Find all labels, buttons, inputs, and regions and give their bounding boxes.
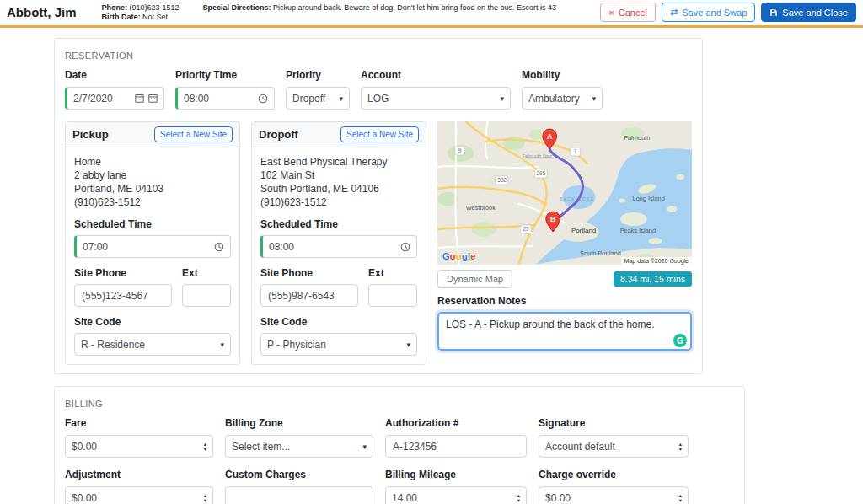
- dropoff-select-new-site-button[interactable]: Select a New Site: [340, 126, 419, 142]
- map-label-falmouth: Falmouth: [624, 134, 650, 142]
- authorization-field: Authorization #: [385, 417, 527, 458]
- phone-value: (910)623-1512: [130, 3, 180, 12]
- pickup-scheduled-time-input[interactable]: 07:00: [74, 235, 231, 258]
- dropoff-site-code-select[interactable]: P - Physician ▾: [260, 333, 417, 356]
- save-and-close-button[interactable]: Save and Close: [761, 3, 856, 22]
- pickup-card-header: Pickup Select a New Site: [66, 122, 239, 147]
- site-cards-row: Pickup Select a New Site Home 2 abby lan…: [65, 121, 692, 365]
- calendar-icon[interactable]: [135, 94, 144, 103]
- chevron-down-icon: ▾: [406, 340, 410, 349]
- stepper-arrows-icon[interactable]: ▴▾: [204, 493, 206, 502]
- dropoff-site-phone-input[interactable]: [260, 284, 358, 307]
- clock-icon[interactable]: [258, 94, 268, 104]
- reservation-section-title: RESERVATION: [65, 51, 692, 61]
- billing-grid: Fare $0.00 ▴▾ Billing Zone Select item..…: [65, 417, 734, 504]
- reservation-panel: RESERVATION Date 2/7/2020 Priority Time …: [54, 38, 703, 374]
- cancel-button[interactable]: × Cancel: [600, 3, 656, 22]
- pickup-address: Home 2 abby lane Portland, ME 04103 (910…: [74, 155, 231, 209]
- svg-text:B: B: [550, 215, 556, 223]
- priority-time-input[interactable]: 08:00: [175, 87, 275, 110]
- reservation-fields-row: Date 2/7/2020 Priority Time 08:00 Pri: [65, 69, 692, 110]
- priority-time-label: Priority Time: [175, 69, 275, 81]
- pickup-site-phone-input[interactable]: [74, 284, 172, 307]
- signature-field: Signature Account default ▴▾: [539, 417, 689, 458]
- pickup-site-code-select[interactable]: R - Residence ▾: [74, 333, 231, 356]
- dropoff-card: Dropoff Select a New Site East Bend Phys…: [251, 121, 426, 365]
- billing-section-title: BILLING: [65, 399, 734, 409]
- patient-name: Abbott, Jim: [7, 0, 77, 19]
- calendar-picker-icon[interactable]: [148, 94, 158, 103]
- special-directions-text: Pickup around back. Beware of dog. Don't…: [273, 3, 556, 12]
- route-distance-badge: 8.34 mi, 15 mins: [614, 271, 692, 287]
- birth-date-label: Birth Date:: [102, 13, 141, 21]
- stepper-arrows-icon[interactable]: ▴▾: [679, 493, 682, 502]
- dropoff-ext-label: Ext: [368, 267, 417, 279]
- mobility-select[interactable]: Ambulatory ▾: [522, 87, 603, 110]
- chevron-down-icon: ▾: [220, 340, 224, 349]
- svg-text:A: A: [547, 132, 553, 141]
- close-icon: ×: [608, 8, 614, 18]
- chevron-down-icon: ▾: [592, 94, 596, 103]
- clock-icon[interactable]: [214, 242, 224, 252]
- dynamic-map-button[interactable]: Dynamic Map: [437, 270, 512, 288]
- dropoff-phone-inputs: [260, 284, 417, 307]
- pickup-select-new-site-button[interactable]: Select a New Site: [154, 126, 233, 142]
- map-label-westbrook: Westbrook: [466, 204, 496, 212]
- google-logo[interactable]: Google: [442, 251, 476, 261]
- mobility-label: Mobility: [522, 69, 603, 81]
- priority-select[interactable]: Dropoff ▾: [286, 87, 350, 110]
- map-label-falmouth-spur: Falmouth Spur: [523, 153, 553, 158]
- route-map: 295 1 302 25: [437, 121, 692, 265]
- billing-zone-field: Billing Zone Select item... ▾: [225, 417, 373, 458]
- adjustment-input[interactable]: $0.00 ▴▾: [65, 486, 213, 504]
- svg-text:25: 25: [523, 226, 530, 232]
- charge-override-input[interactable]: $0.00 ▴▾: [539, 486, 689, 504]
- priority-field: Priority Dropoff ▾: [286, 69, 350, 110]
- authorization-input[interactable]: [385, 435, 527, 458]
- svg-text:1: 1: [574, 148, 577, 154]
- stepper-arrows-icon[interactable]: ▴▾: [204, 442, 206, 451]
- account-field: Account LOG ▾: [361, 69, 511, 110]
- authorization-label: Authorization #: [385, 417, 527, 429]
- reservation-notes-wrap: LOS - A - Pickup around the back of the …: [437, 312, 692, 353]
- clock-icon[interactable]: [400, 242, 410, 252]
- topbar-buttons: × Cancel ⇄ Save and Swap Save and Close: [600, 0, 856, 22]
- fare-input[interactable]: $0.00 ▴▾: [65, 435, 213, 458]
- pickup-site-phone-label: Site Phone: [74, 267, 172, 279]
- phone-label: Phone:: [102, 3, 128, 12]
- road-shield: 9: [455, 147, 465, 155]
- date-input[interactable]: 2/7/2020: [65, 87, 164, 110]
- road-shield: 295: [534, 169, 547, 178]
- map-attribution: Map data ©2020 Google: [621, 257, 692, 265]
- chevron-down-icon: ▾: [339, 94, 343, 103]
- dropoff-phone-labels: Site Phone Ext: [260, 258, 417, 284]
- dropoff-site-phone-label: Site Phone: [260, 267, 358, 279]
- birth-date-value: Not Set: [142, 13, 168, 21]
- dropoff-scheduled-time-input[interactable]: 08:00: [260, 235, 417, 258]
- pickup-ext-input[interactable]: [182, 284, 231, 307]
- map-column: 295 1 302 25: [437, 121, 692, 365]
- reservation-notes-input[interactable]: LOS - A - Pickup around the back of the …: [437, 312, 692, 351]
- grammarly-icon[interactable]: G: [673, 334, 687, 347]
- pickup-card: Pickup Select a New Site Home 2 abby lan…: [65, 121, 240, 365]
- billing-zone-select[interactable]: Select item... ▾: [225, 435, 373, 458]
- save-and-swap-button[interactable]: ⇄ Save and Swap: [662, 3, 755, 22]
- billing-mileage-input[interactable]: 14.00 ▴▾: [385, 486, 527, 504]
- account-select[interactable]: LOG ▾: [361, 87, 511, 110]
- map-label-peaks-island: Peaks Island: [620, 227, 656, 234]
- stepper-arrows-icon[interactable]: ▴▾: [517, 493, 520, 502]
- dropoff-ext-input[interactable]: [368, 284, 417, 307]
- billing-panel: BILLING Fare $0.00 ▴▾ Billing Zone Selec…: [54, 386, 745, 504]
- adjustment-label: Adjustment: [65, 469, 213, 480]
- chevron-down-icon: ▾: [500, 94, 504, 103]
- signature-select[interactable]: Account default ▴▾: [539, 435, 689, 458]
- dropoff-scheduled-time-label: Scheduled Time: [260, 218, 417, 230]
- account-label: Account: [361, 69, 511, 81]
- dropoff-title: Dropoff: [259, 128, 298, 141]
- map-footer: Dynamic Map 8.34 mi, 15 mins: [437, 270, 692, 288]
- adjustment-field: Adjustment $0.00 ▴▾: [65, 469, 213, 504]
- map-label-back-cove: BACK COVE: [560, 197, 595, 201]
- dropoff-site-code-label: Site Code: [260, 316, 417, 328]
- date-field: Date 2/7/2020: [65, 69, 164, 110]
- custom-charges-input[interactable]: [225, 486, 373, 504]
